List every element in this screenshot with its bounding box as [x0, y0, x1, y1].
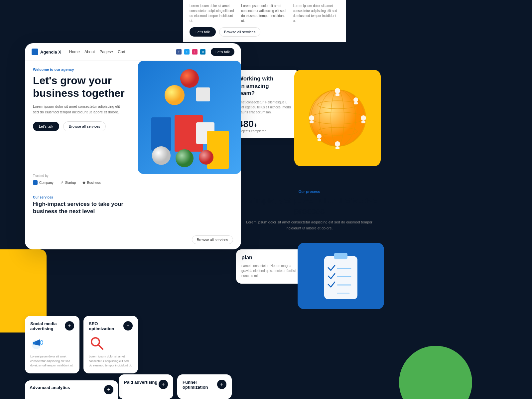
welcome-label: Welcome to our agency: [33, 67, 129, 71]
funnel-card: Funnel optimization +: [177, 374, 232, 399]
svg-rect-20: [361, 121, 365, 123]
svg-rect-22: [310, 121, 314, 123]
svg-point-17: [335, 88, 340, 93]
paid-plus-button[interactable]: +: [159, 380, 168, 389]
top-service-3: Lorem ipsum dolor sit amet consectetur a…: [293, 3, 339, 23]
social-card-header: Social mediaadvertising +: [30, 321, 74, 331]
svg-rect-24: [335, 147, 339, 149]
plan-card: plan t amet consectetur. Neque magna gra…: [236, 249, 306, 284]
svg-point-9: [199, 150, 213, 165]
seo-desc: Lorem ipsum dolor sit amet consectetur a…: [89, 354, 133, 368]
services-title: High-impact services to take your busine…: [33, 200, 139, 215]
social-media-desc: Lorem ipsum dolor sit amet consectetur a…: [30, 354, 74, 368]
main-card: Agencia X Home About Pages ▾ Cart f t i …: [25, 43, 241, 249]
trusted-company: Company: [33, 180, 54, 185]
svg-point-32: [40, 340, 43, 344]
twitter-icon[interactable]: t: [184, 49, 190, 55]
svg-point-21: [309, 115, 314, 121]
svg-point-1: [165, 85, 185, 105]
top-lets-talk-button[interactable]: Let's talk: [190, 27, 216, 37]
bottom-service-cards: Paid advertising + Funnel optimization +: [119, 374, 232, 399]
nav-about[interactable]: About: [84, 50, 95, 54]
top-service-1-text: Lorem ipsum dolor sit amet consectetur a…: [190, 3, 236, 23]
social-media-title: Social mediaadvertising: [30, 321, 57, 331]
advanced-plus-button[interactable]: +: [104, 385, 113, 394]
nav-lets-talk-button[interactable]: Let's talk: [211, 48, 234, 56]
svg-point-0: [180, 69, 199, 88]
megaphone-icon: [30, 335, 46, 351]
trusted-logos: Company ↗ Startup ◆ Business: [33, 180, 233, 185]
company-label: Company: [39, 181, 54, 185]
globe-illustration: [304, 85, 371, 151]
svg-line-34: [99, 345, 103, 349]
checklist-illustration: [318, 249, 364, 303]
process-section: Our process A simple, yet powerful and e…: [239, 190, 379, 231]
process-label: Our process: [239, 190, 379, 194]
process-title: A simple, yet powerful and effective pro…: [239, 196, 379, 216]
funnel-card-header: Funnel optimization +: [183, 380, 226, 390]
svg-point-25: [353, 97, 358, 102]
blocks-illustration: [145, 66, 234, 169]
nav-home[interactable]: Home: [69, 50, 80, 54]
logo: Agencia X: [32, 49, 61, 55]
funnel-title: Funnel optimization: [183, 380, 217, 390]
trusted-section: Trusted by Company ↗ Startup ◆ Business: [25, 174, 241, 190]
process-description: Lorem ipsum dolor sit amet consectetur a…: [239, 219, 379, 231]
nav-links: Home About Pages ▾ Cart: [69, 50, 171, 54]
seo-card: SEOoptimization + Lorem ipsum dolor sit …: [83, 316, 138, 373]
hero-text: Welcome to our agency Let's grow your bu…: [33, 67, 129, 174]
paid-card-header: Paid advertising +: [124, 380, 168, 389]
svg-rect-18: [335, 93, 339, 96]
trusted-business: ◆ Business: [82, 180, 101, 185]
svg-rect-36: [334, 253, 347, 259]
startup-icon: ↗: [60, 180, 64, 185]
working-with-card: Working withan amazingteam? amet consect…: [233, 70, 299, 138]
advanced-header: Advanced analytics +: [30, 385, 113, 394]
hero-buttons: Let's talk Browse all services: [33, 121, 129, 131]
working-description: amet consectetur. Pellentesque l. Erat e…: [238, 100, 294, 115]
card-services-section: Our services High-impact services to tak…: [25, 190, 241, 215]
bg-green-circle: [399, 346, 472, 399]
social-media-plus-button[interactable]: +: [65, 321, 74, 331]
top-service-3-text: Lorem ipsum dolor sit amet consectetur a…: [293, 3, 339, 23]
globe-card: [294, 70, 381, 166]
hero-area: Welcome to our agency Let's grow your bu…: [25, 61, 241, 174]
trusted-startup: ↗ Startup: [60, 180, 76, 185]
our-services-label: Our services: [33, 196, 233, 199]
advanced-analytics-card: Advanced analytics +: [25, 380, 118, 399]
svg-point-33: [91, 338, 99, 346]
top-buttons: Let's talk Browse all services: [190, 27, 339, 37]
hero-browse-button[interactable]: Browse all services: [63, 121, 106, 131]
svg-point-27: [317, 134, 322, 139]
stat-suffix: +: [254, 122, 257, 128]
seo-plus-button[interactable]: +: [123, 321, 133, 331]
linkedin-icon[interactable]: in: [200, 49, 205, 55]
svg-rect-3: [151, 117, 171, 151]
svg-point-7: [152, 146, 171, 165]
svg-rect-2: [196, 87, 210, 101]
hero-lets-talk-button[interactable]: Let's talk: [33, 122, 59, 131]
hero-title: Let's grow your business together: [33, 74, 126, 100]
plan-title: plan: [241, 255, 301, 261]
browse-all-services-button[interactable]: Browse all services: [192, 235, 233, 244]
seo-card-header: SEOoptimization +: [89, 321, 133, 331]
top-service-2-text: Lorem ipsum dolor sit amet consectetur a…: [241, 3, 287, 23]
nav-pages[interactable]: Pages ▾: [99, 50, 113, 54]
top-browse-all-button[interactable]: Browse all services: [219, 27, 260, 37]
svg-rect-31: [33, 342, 36, 344]
svg-rect-28: [318, 139, 321, 141]
stat-block: 480+ Projects completed: [238, 119, 294, 133]
top-services-section: Lorem ipsum dolor sit amet consectetur a…: [183, 0, 346, 42]
instagram-icon[interactable]: i: [192, 49, 198, 55]
nav-cart[interactable]: Cart: [118, 50, 125, 54]
funnel-plus-button[interactable]: +: [217, 380, 226, 389]
top-service-2: Lorem ipsum dolor sit amet consectetur a…: [241, 3, 287, 23]
working-title: Working withan amazingteam?: [238, 75, 294, 97]
seo-title: SEOoptimization: [89, 321, 114, 331]
logo-text: Agencia X: [40, 50, 61, 55]
plan-description: t amet consectetur. Neque magna gravida …: [241, 263, 301, 278]
facebook-icon[interactable]: f: [176, 49, 182, 55]
business-label: Business: [87, 181, 101, 185]
search-icon: [89, 335, 105, 351]
paid-advertising-card: Paid advertising +: [119, 374, 173, 399]
